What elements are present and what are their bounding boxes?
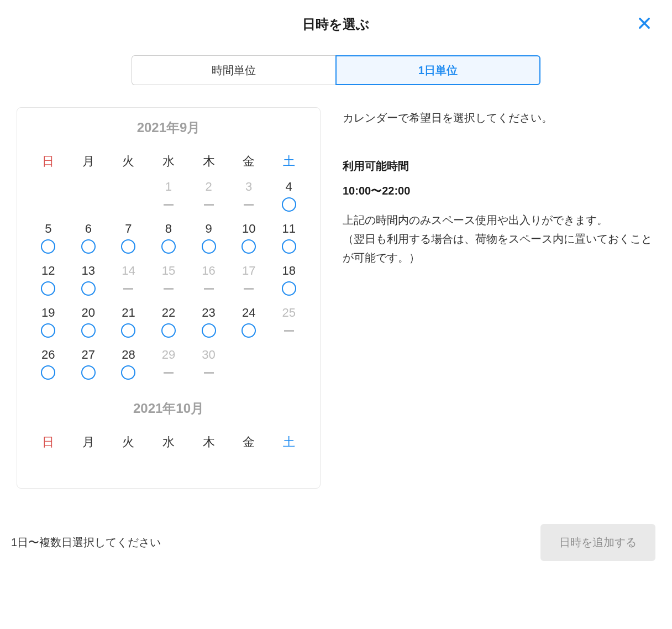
calendar-day: 16 — [188, 264, 229, 299]
calendar-day: 15 — [149, 264, 189, 299]
available-circle-icon — [161, 323, 176, 338]
day-number: 13 — [82, 264, 95, 278]
unavailable-dash-icon — [204, 281, 214, 296]
unavailable-dash-icon — [204, 197, 214, 212]
tab-daily[interactable]: 1日単位 — [335, 55, 541, 85]
day-number: 12 — [41, 264, 55, 278]
footer-bar: 1日〜複数日選択してください 日時を追加する — [0, 511, 672, 578]
weekday-label: 火 — [108, 429, 149, 460]
calendar-day: 29 — [149, 348, 189, 383]
calendar-day[interactable]: 4 — [269, 180, 309, 215]
available-circle-icon — [202, 323, 216, 338]
calendar-day[interactable]: 21 — [108, 306, 149, 341]
available-circle-icon — [202, 239, 216, 254]
calendar-month: 2021年10月日月火水木金土 — [28, 400, 309, 460]
available-circle-icon — [242, 323, 256, 338]
unavailable-dash-icon — [123, 281, 133, 296]
day-number: 25 — [282, 306, 295, 320]
weekday-label: 金 — [229, 149, 269, 180]
calendar-day[interactable]: 23 — [188, 306, 229, 341]
available-circle-icon — [41, 239, 55, 254]
weekday-label: 水 — [149, 429, 189, 460]
day-number: 14 — [122, 264, 135, 278]
weekday-header: 日月火水木金土 — [28, 429, 309, 460]
tab-hourly[interactable]: 時間単位 — [132, 55, 335, 85]
unavailable-dash-icon — [244, 281, 254, 296]
available-circle-icon — [161, 239, 176, 254]
calendar-day[interactable]: 24 — [229, 306, 269, 341]
calendar-day[interactable]: 26 — [28, 348, 69, 383]
available-circle-icon — [41, 323, 55, 338]
day-number: 21 — [122, 306, 135, 320]
day-number: 3 — [245, 180, 252, 194]
close-icon[interactable] — [637, 15, 652, 33]
available-circle-icon — [81, 281, 96, 296]
day-number: 26 — [41, 348, 55, 362]
weekday-label: 金 — [229, 429, 269, 460]
day-number: 2 — [205, 180, 212, 194]
calendar-week-row: 567891011 — [28, 222, 309, 257]
unavailable-dash-icon — [164, 281, 174, 296]
calendar-day[interactable]: 13 — [69, 264, 109, 299]
calendar-day[interactable]: 10 — [229, 222, 269, 257]
calendar-day[interactable]: 8 — [149, 222, 189, 257]
calendar-day[interactable]: 12 — [28, 264, 69, 299]
day-number: 29 — [162, 348, 175, 362]
available-hours: 10:00〜22:00 — [343, 184, 655, 198]
available-circle-icon — [81, 239, 96, 254]
calendar-day: 25 — [269, 306, 309, 341]
calendar-day[interactable]: 5 — [28, 222, 69, 257]
day-number: 22 — [162, 306, 175, 320]
unavailable-dash-icon — [284, 323, 294, 338]
available-circle-icon — [121, 239, 135, 254]
weekday-label: 土 — [269, 149, 309, 180]
available-circle-icon — [121, 323, 135, 338]
day-number: 17 — [242, 264, 255, 278]
day-number: 4 — [286, 180, 292, 194]
day-number: 23 — [202, 306, 215, 320]
day-number: 9 — [205, 222, 212, 236]
calendar-day[interactable]: 22 — [149, 306, 189, 341]
calendar-week-row: 1234 — [28, 180, 309, 215]
available-circle-icon — [41, 281, 55, 296]
available-heading: 利用可能時間 — [343, 159, 655, 174]
calendar-day[interactable]: 20 — [69, 306, 109, 341]
calendar-day: 3 — [229, 180, 269, 215]
weekday-label: 月 — [69, 149, 109, 180]
unavailable-dash-icon — [164, 365, 174, 380]
calendar-day[interactable]: 27 — [69, 348, 109, 383]
calendar-month: 2021年9月日月火水木金土12345678910111213141516171… — [28, 119, 309, 383]
calendar-day[interactable]: 7 — [108, 222, 149, 257]
unavailable-dash-icon — [244, 197, 254, 212]
day-number: 28 — [122, 348, 135, 362]
calendar-day: 30 — [188, 348, 229, 383]
day-number: 8 — [165, 222, 172, 236]
info-desc-1: 上記の時間内のみスペース使用や出入りができます。 — [343, 211, 655, 229]
available-circle-icon — [81, 323, 96, 338]
calendar-empty-cell — [28, 180, 69, 215]
day-number: 5 — [45, 222, 51, 236]
available-circle-icon — [41, 365, 55, 380]
day-number: 15 — [162, 264, 175, 278]
calendar-week-row: 19202122232425 — [28, 306, 309, 341]
day-number: 24 — [242, 306, 255, 320]
modal-title: 日時を選ぶ — [0, 15, 672, 33]
calendar-day[interactable]: 28 — [108, 348, 149, 383]
calendar-scroll[interactable]: 2021年9月日月火水木金土12345678910111213141516171… — [17, 107, 321, 489]
calendar-day[interactable]: 11 — [269, 222, 309, 257]
unit-tabs: 時間単位 1日単位 — [132, 55, 540, 85]
info-intro: カレンダーで希望日を選択してください。 — [343, 111, 655, 125]
available-circle-icon — [282, 239, 296, 254]
calendar-day[interactable]: 19 — [28, 306, 69, 341]
calendar-day[interactable]: 9 — [188, 222, 229, 257]
day-number: 18 — [282, 264, 295, 278]
day-number: 1 — [165, 180, 172, 194]
day-number: 11 — [282, 222, 295, 236]
day-number: 10 — [242, 222, 255, 236]
calendar-empty-cell — [108, 180, 149, 215]
calendar-day[interactable]: 6 — [69, 222, 109, 257]
day-number: 30 — [202, 348, 215, 362]
calendar-day[interactable]: 18 — [269, 264, 309, 299]
day-number: 7 — [125, 222, 132, 236]
add-datetime-button[interactable]: 日時を追加する — [540, 524, 655, 561]
